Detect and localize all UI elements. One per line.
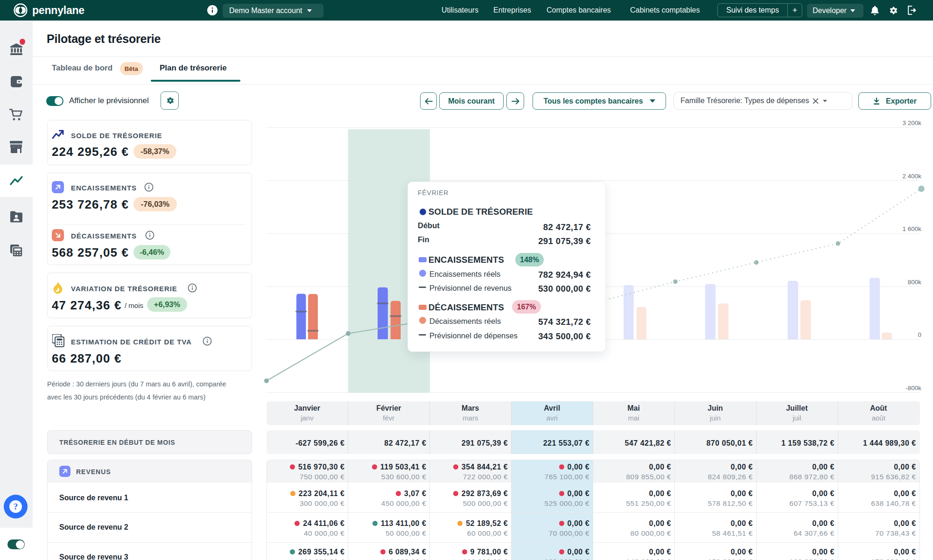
svg-text:-800k: -800k bbox=[905, 385, 921, 392]
svg-text:0: 0 bbox=[918, 331, 921, 338]
svg-text:3 200k: 3 200k bbox=[902, 119, 921, 126]
svg-text:800k: 800k bbox=[908, 279, 922, 286]
svg-text:2 400k: 2 400k bbox=[902, 173, 921, 180]
svg-text:1 600k: 1 600k bbox=[902, 225, 921, 232]
